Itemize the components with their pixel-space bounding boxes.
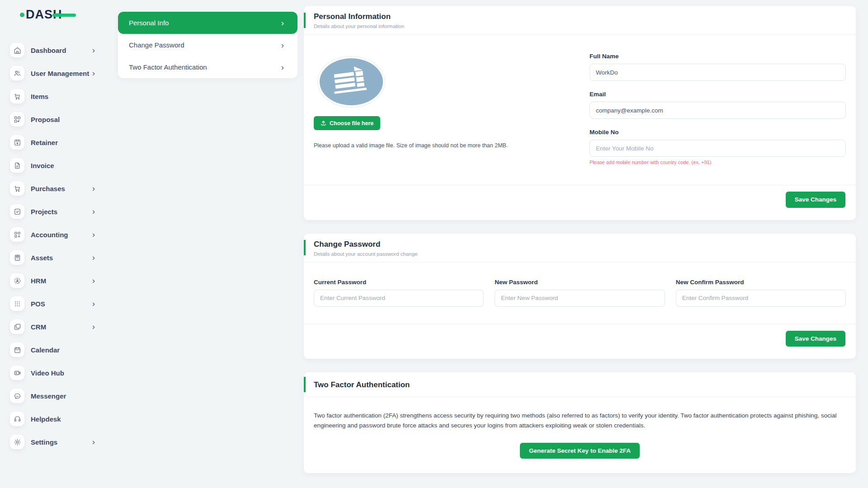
two-factor-button-row: Generate Secret Key to Enable 2FA	[314, 443, 846, 459]
two-factor-card: Two Factor Authentication Two factor aut…	[304, 372, 856, 473]
sidebar-item-retainer[interactable]: Retainer	[0, 135, 113, 150]
sidebar-item-hrm[interactable]: HRM ›	[0, 273, 113, 288]
home-icon	[10, 43, 24, 57]
confirm-password-field[interactable]	[676, 290, 846, 307]
subnav-item-change-password[interactable]: Change Password ›	[118, 34, 297, 56]
chevron-right-icon: ›	[92, 300, 95, 307]
sidebar-item-user-management[interactable]: User Management ›	[0, 66, 113, 80]
change-password-body: Current Password New Password New Confir…	[304, 263, 856, 324]
sidebar-item-messenger[interactable]: Messenger	[0, 389, 113, 403]
person-scan-icon	[10, 273, 24, 288]
main-content: Personal Information Details about your …	[304, 6, 856, 488]
email-field[interactable]	[590, 102, 846, 119]
accent-bar	[304, 377, 306, 392]
dots-grid-icon	[10, 296, 24, 311]
save-changes-button[interactable]: Save Changes	[786, 331, 845, 347]
full-name-group: Full Name	[590, 53, 846, 81]
logo-dash-icon	[52, 14, 76, 17]
chevron-right-icon: ›	[92, 277, 95, 284]
sidebar-item-label: Helpdesk	[31, 415, 61, 423]
sidebar-item-crm[interactable]: CRM ›	[0, 319, 113, 334]
chevron-right-icon: ›	[281, 19, 284, 26]
new-password-label: New Password	[495, 279, 665, 286]
current-password-group: Current Password	[314, 279, 484, 307]
sidebar-item-label: Dashboard	[31, 47, 66, 54]
sidebar-item-label: Video Hub	[31, 369, 64, 377]
subnav-item-label: Two Factor Authentication	[129, 63, 207, 71]
sidebar-item-items[interactable]: Items	[0, 89, 113, 103]
sidebar-item-calendar[interactable]: Calendar	[0, 343, 113, 357]
change-password-footer: Save Changes	[304, 324, 856, 359]
avatar	[318, 56, 385, 107]
save-icon	[10, 135, 24, 150]
sidebar-item-label: Proposal	[31, 116, 60, 123]
sidebar-item-purchases[interactable]: Purchases ›	[0, 181, 113, 196]
chevron-right-icon: ›	[281, 42, 284, 48]
check-square-icon	[10, 204, 24, 219]
chevron-right-icon: ›	[281, 64, 284, 70]
file-icon	[10, 158, 24, 173]
confirm-password-label: New Confirm Password	[676, 279, 846, 286]
mobile-field[interactable]	[590, 140, 846, 157]
sidebar-item-settings[interactable]: Settings ›	[0, 435, 113, 449]
two-factor-body: Two factor authentication (2FA) strength…	[304, 397, 856, 473]
chat-bubble-icon	[10, 389, 24, 403]
mobile-group: Mobile No Please add mobile number with …	[590, 129, 846, 165]
sidebar-item-label: Projects	[31, 208, 57, 216]
page: DASH Dashboard › User Management › Items…	[0, 0, 868, 488]
chevron-right-icon: ›	[92, 254, 95, 261]
headset-icon	[10, 412, 24, 426]
sidebar-item-label: Retainer	[31, 139, 58, 146]
sidebar-item-pos[interactable]: POS ›	[0, 296, 113, 311]
personal-info-body: Choose file here Please upload a valid i…	[304, 35, 856, 185]
chevron-right-icon: ›	[92, 323, 95, 330]
subnav-item-label: Change Password	[129, 41, 184, 49]
sidebar-item-dashboard[interactable]: Dashboard ›	[0, 43, 113, 57]
chevron-right-icon: ›	[92, 231, 95, 238]
current-password-field[interactable]	[314, 290, 484, 307]
grid-plus-icon	[10, 227, 24, 242]
generate-secret-key-button[interactable]: Generate Secret Key to Enable 2FA	[520, 443, 640, 459]
choose-file-button[interactable]: Choose file here	[314, 116, 380, 130]
overlap-squares-icon	[10, 319, 24, 334]
save-changes-button[interactable]: Save Changes	[786, 192, 845, 208]
sidebar-item-assets[interactable]: Assets ›	[0, 250, 113, 265]
settings-subnav: Personal Info › Change Password › Two Fa…	[118, 12, 297, 78]
sidebar-item-label: User Management	[31, 70, 89, 77]
sidebar-item-label: HRM	[31, 277, 46, 285]
calendar-icon	[10, 343, 24, 357]
avatar-section: Choose file here Please upload a valid i…	[314, 53, 590, 165]
change-password-card: Change Password Details about your accou…	[304, 234, 856, 359]
card-title: Personal Information	[314, 12, 846, 21]
sidebar-item-helpdesk[interactable]: Helpdesk	[0, 412, 113, 426]
sidebar-item-proposal[interactable]: Proposal	[0, 112, 113, 127]
change-password-header: Change Password Details about your accou…	[304, 234, 856, 263]
chevron-right-icon: ›	[92, 208, 95, 215]
sidebar-item-label: Settings	[31, 438, 57, 446]
new-password-field[interactable]	[495, 290, 665, 307]
email-group: Email	[590, 91, 846, 119]
new-password-group: New Password	[495, 279, 665, 307]
app-logo[interactable]: DASH	[20, 7, 92, 22]
primary-sidebar: DASH Dashboard › User Management › Items…	[0, 0, 113, 488]
sidebar-item-accounting[interactable]: Accounting ›	[0, 227, 113, 242]
sidebar-item-video-hub[interactable]: Video Hub	[0, 366, 113, 380]
subnav-item-label: Personal Info	[129, 19, 169, 27]
mobile-hint: Please add mobile number with country co…	[590, 160, 846, 165]
logo-dot-icon	[20, 13, 24, 17]
subnav-item-two-factor[interactable]: Two Factor Authentication ›	[118, 56, 297, 78]
sidebar-item-invoice[interactable]: Invoice	[0, 158, 113, 173]
chevron-right-icon: ›	[92, 70, 95, 76]
sidebar-item-label: CRM	[31, 323, 46, 331]
subnav-item-personal-info[interactable]: Personal Info ›	[118, 12, 297, 34]
accent-bar	[304, 240, 306, 255]
upload-icon	[321, 120, 326, 126]
full-name-field[interactable]	[590, 64, 846, 81]
choose-file-label: Choose file here	[330, 120, 373, 127]
sidebar-item-label: Calendar	[31, 346, 60, 354]
gear-icon	[10, 435, 24, 449]
sidebar-item-label: Purchases	[31, 185, 65, 192]
sidebar-item-label: Messenger	[31, 392, 66, 400]
sidebar-item-projects[interactable]: Projects ›	[0, 204, 113, 219]
users-icon	[10, 66, 24, 80]
